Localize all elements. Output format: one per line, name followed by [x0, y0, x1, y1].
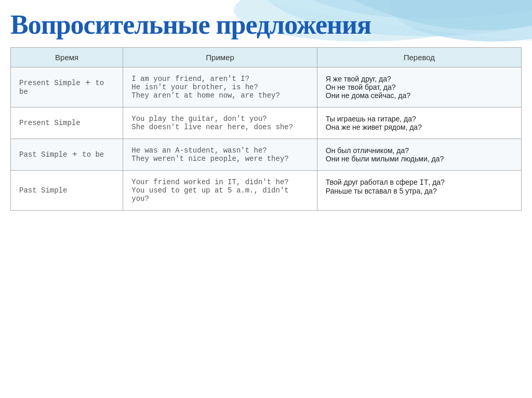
table-row: Present SimpleYou play the guitar, don't… — [11, 107, 522, 139]
time-cell: Past Simple + to be — [11, 139, 123, 171]
table-row: Present Simple + to beI am your friend, … — [11, 67, 522, 107]
page-title: Вопросительные предложения — [10, 0, 522, 47]
header-example: Пример — [123, 48, 317, 67]
translation-cell: Твой друг работал в сфере IT, да?Раньше … — [317, 171, 521, 211]
grammar-table: Время Пример Перевод Present Simple + to… — [10, 47, 522, 211]
time-cell: Present Simple — [11, 107, 123, 139]
table-row: Past Simple + to beHe was an A-student, … — [11, 139, 522, 171]
page-content: Вопросительные предложения Время Пример … — [0, 0, 532, 211]
time-cell: Present Simple + to be — [11, 67, 123, 107]
example-cell: Your friend worked in IT, didn't he?You … — [123, 171, 317, 211]
example-cell: He was an A-student, wasn't he?They were… — [123, 139, 317, 171]
example-cell: You play the guitar, don't you?She doesn… — [123, 107, 317, 139]
header-translation: Перевод — [317, 48, 521, 67]
translation-cell: Я же твой друг, да?Он не твой брат, да?О… — [317, 67, 521, 107]
header-time: Время — [11, 48, 123, 67]
table-row: Past SimpleYour friend worked in IT, did… — [11, 171, 522, 211]
translation-cell: Он был отличником, да?Они не были милыми… — [317, 139, 521, 171]
translation-cell: Ты играешь на гитаре, да?Она же не живет… — [317, 107, 521, 139]
table-header-row: Время Пример Перевод — [11, 48, 522, 67]
example-cell: I am your friend, aren't I?He isn't your… — [123, 67, 317, 107]
time-cell: Past Simple — [11, 171, 123, 211]
